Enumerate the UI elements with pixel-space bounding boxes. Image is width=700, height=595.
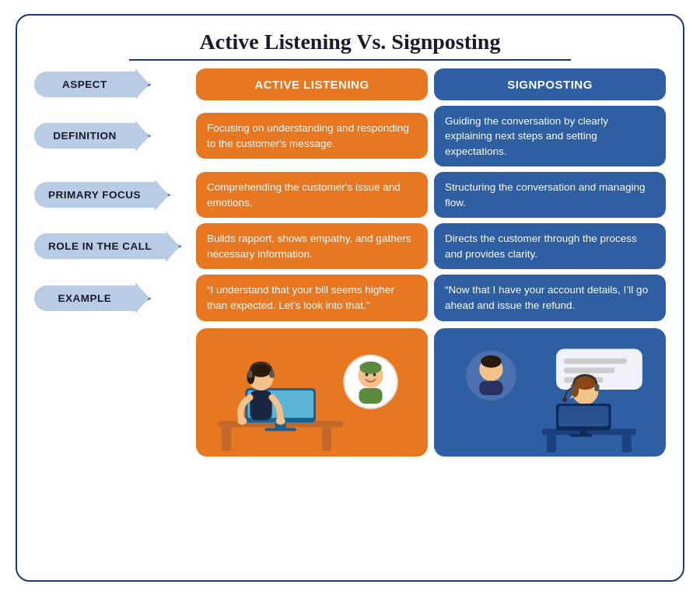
svg-point-35 bbox=[562, 397, 567, 402]
illustration-row bbox=[34, 328, 666, 457]
svg-rect-6 bbox=[265, 428, 296, 431]
role-signposting: Directs the customer through the process… bbox=[434, 223, 666, 269]
svg-point-20 bbox=[373, 373, 376, 376]
svg-point-19 bbox=[365, 373, 368, 376]
primary-focus-aspect-cell: PRIMARY FOCUS ► bbox=[34, 182, 190, 208]
page-title: Active Listening Vs. Signposting bbox=[34, 30, 666, 54]
aspect-pill-label: ASPECT bbox=[34, 72, 135, 97]
svg-rect-10 bbox=[247, 370, 252, 377]
comparison-table: ASPECT ► ACTIVE LISTENING SIGNPOSTING DE… bbox=[34, 68, 666, 569]
svg-point-13 bbox=[237, 417, 247, 425]
example-aspect-cell: EXAMPLE ► bbox=[34, 285, 190, 311]
header-row: ASPECT ► ACTIVE LISTENING SIGNPOSTING bbox=[34, 68, 666, 100]
primary-focus-active-listening: Comprehending the customer's issue and e… bbox=[196, 172, 428, 218]
svg-rect-11 bbox=[270, 370, 275, 377]
svg-rect-41 bbox=[622, 435, 632, 452]
signposting-svg bbox=[440, 334, 660, 457]
primary-focus-row: PRIMARY FOCUS ► Comprehending the custom… bbox=[34, 172, 666, 218]
example-signposting: “Now that I have your account details, I… bbox=[434, 275, 666, 320]
svg-rect-29 bbox=[479, 380, 502, 394]
example-pill-label: EXAMPLE bbox=[34, 285, 135, 311]
svg-point-17 bbox=[359, 361, 381, 373]
role-active-listening: Builds rapport, shows empathy, and gathe… bbox=[196, 223, 428, 269]
active-listening-svg bbox=[202, 334, 422, 457]
svg-rect-24 bbox=[564, 367, 614, 373]
example-row: EXAMPLE ► “I understand that your bill s… bbox=[34, 275, 666, 320]
svg-rect-43 bbox=[558, 406, 608, 426]
svg-rect-23 bbox=[564, 358, 627, 363]
definition-aspect-cell: DEFINITION ► bbox=[34, 123, 190, 149]
role-aspect-cell: ROLE IN THE CALL ► bbox=[34, 233, 190, 259]
signposting-header: SIGNPOSTING bbox=[434, 68, 666, 100]
active-listening-header: ACTIVE LISTENING bbox=[196, 68, 428, 100]
svg-rect-33 bbox=[571, 383, 576, 390]
svg-point-28 bbox=[481, 355, 501, 367]
svg-rect-45 bbox=[570, 434, 592, 436]
title-divider bbox=[129, 59, 571, 61]
role-row: ROLE IN THE CALL ► Builds rapport, shows… bbox=[34, 223, 666, 269]
svg-rect-18 bbox=[359, 387, 382, 403]
aspect-header-cell: ASPECT ► bbox=[34, 72, 190, 97]
signposting-illustration bbox=[434, 328, 666, 457]
svg-rect-40 bbox=[547, 435, 556, 452]
illustration-empty-cell bbox=[34, 328, 190, 457]
main-card: Active Listening Vs. Signposting ASPECT … bbox=[16, 14, 684, 582]
active-listening-illustration bbox=[196, 328, 428, 457]
definition-pill-label: DEFINITION bbox=[34, 123, 135, 149]
svg-rect-1 bbox=[222, 427, 231, 450]
primary-focus-pill-label: PRIMARY FOCUS bbox=[34, 182, 155, 208]
svg-rect-2 bbox=[322, 427, 331, 450]
example-active-listening: “I understand that your bill seems highe… bbox=[196, 275, 428, 320]
role-pill-label: ROLE IN THE CALL bbox=[34, 233, 166, 259]
svg-rect-34 bbox=[594, 383, 599, 390]
svg-rect-12 bbox=[250, 390, 271, 420]
definition-active-listening: Focusing on understanding and responding… bbox=[196, 113, 428, 159]
definition-signposting: Guiding the conversation by clearly expl… bbox=[434, 106, 666, 167]
definition-row: DEFINITION ► Focusing on understanding a… bbox=[34, 106, 666, 167]
svg-point-14 bbox=[276, 417, 285, 425]
primary-focus-signposting: Structuring the conversation and managin… bbox=[434, 172, 666, 218]
